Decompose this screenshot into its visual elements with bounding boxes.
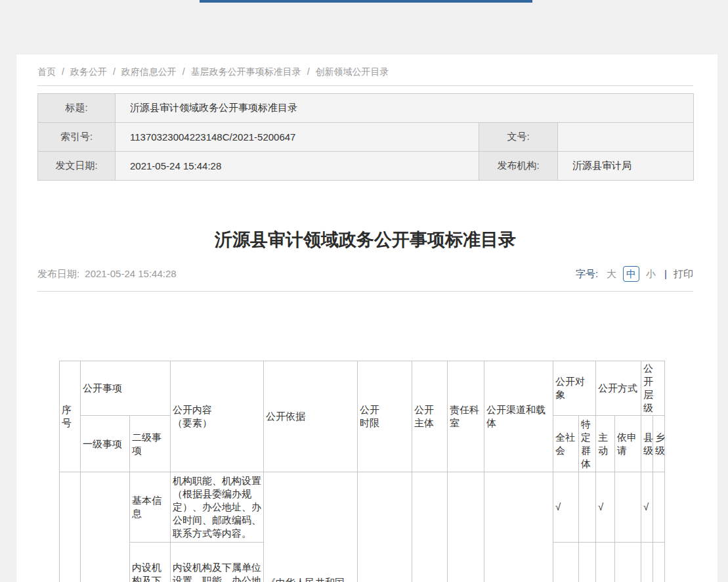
cell-check-teding [579,543,596,582]
cell-yiju: 《中华人民共和国 政府信息公开条 例》（国务院令第 711号） [264,472,358,582]
font-size-label: 字号: [576,267,598,281]
meta-docnum-label: 文号: [479,123,558,152]
print-button[interactable]: 打印 [674,267,693,281]
catalog-header-row-1: 序号 公开事项 公开内容 （要素） 公开依据 公开 时限 公开 主体 责任科室 … [60,361,665,416]
cell-check-xianji: √ [641,472,653,543]
cell-yiji-shixiang [81,472,130,582]
cell-check-xiangji [653,472,665,543]
toolbar-separator: | [664,267,667,281]
document-meta-table: 标题: 沂源县审计领域政务公开事项标准目录 索引号: 1137032300422… [37,93,694,181]
meta-title-label: 标题: [38,94,116,123]
meta-row-index: 索引号: 11370323004223148C/2021-5200647 文号: [38,123,694,152]
cell-check-yishenqing [615,543,641,582]
header-gongkai-cengji: 公开层级 [641,361,665,416]
header-zhudong: 主动 [596,416,615,472]
header-gongkai-yiju: 公开依据 [264,361,358,472]
breadcrumb-item-xinxi[interactable]: 政府信息公开 [121,66,177,77]
cell-check-xiangji [653,543,665,582]
content-panel: 首页/政务公开/政府信息公开/基层政务公开事项标准目录/创新领域公开目录 标题:… [16,55,717,582]
header-gongkai-shixiang: 公开事项 [81,361,171,416]
header-gongkai-zhuti: 公开 主体 [412,361,448,472]
header-gongkai-duixiang: 公开对象 [553,361,596,416]
table-row: 基本信息 机构职能、机构设置（根据县委编办规定）、办公地址、办公时间、邮政编码、… [60,472,665,543]
article-divider [37,291,693,292]
breadcrumb-separator: / [307,66,310,77]
meta-docnum-value [558,123,694,152]
meta-agency-label: 发布机构: [479,152,558,181]
breadcrumb-item-zhengwu[interactable]: 政务公开 [70,66,107,77]
cell-check-yishenqing [615,472,641,543]
cell-check-zhudong: √ [596,472,615,543]
breadcrumb: 首页/政务公开/政府信息公开/基层政务公开事项标准目录/创新领域公开目录 [37,55,693,77]
publish-date: 发布日期: 2021-05-24 15:44:28 [37,267,177,281]
cell-check-quanshehui: √ [553,543,579,582]
cell-check-teding [579,472,596,543]
article-toolbar: 发布日期: 2021-05-24 15:44:28 字号: 大 中 小 | 打印 [37,266,693,282]
cell-erji-shixiang: 内设机构及下属事业单位 [130,543,171,582]
meta-index-label: 索引号: [38,123,116,152]
meta-date-label: 发文日期: [38,152,116,181]
cell-check-xianji: √ [641,543,653,582]
header-gongkai-fangshi: 公开方式 [596,361,641,416]
cell-keshi: 办公室 [448,472,484,582]
font-size-large-button[interactable]: 大 [607,267,616,281]
header-gongkai-shixian: 公开 时限 [358,361,412,472]
breadcrumb-item-home[interactable]: 首页 [37,66,56,77]
font-size-small-button[interactable]: 小 [646,267,656,281]
cell-xuhao [60,472,81,582]
publish-date-label: 发布日期: [37,268,79,279]
meta-agency-value: 沂源县审计局 [558,152,694,181]
publish-date-value: 2021-05-24 15:44:28 [85,268,176,279]
font-size-controls: 字号: 大 中 小 | 打印 [576,266,693,282]
catalog-table: 序号 公开事项 公开内容 （要素） 公开依据 公开 时限 公开 主体 责任科室 … [59,361,665,582]
header-zeren-keshi: 责任科室 [448,361,484,472]
header-quanshehui: 全社会 [553,416,579,472]
cell-neirong: 机构职能、机构设置（根据县委编办规定）、办公地址、办公时间、邮政编码、联系方式等… [171,472,264,543]
cell-check-zhudong: √ [596,543,615,582]
cell-erji-shixiang: 基本信息 [130,472,171,543]
header-gongkai-neirong: 公开内容 （要素） [171,361,264,472]
header-teding-qunti: 特定群体 [579,416,596,472]
header-xiangji: 乡级 [653,416,665,472]
header-yishenqing: 依申请 [615,416,641,472]
cell-shixian: 一次性公开 并动态调整 [358,472,412,582]
cell-qudao: 政府网站 公开查阅点 [484,472,553,582]
meta-row-title: 标题: 沂源县审计领域政务公开事项标准目录 [38,94,694,123]
breadcrumb-separator: / [62,66,64,77]
page-title: 沂源县审计领域政务公开事项标准目录 [37,229,693,250]
breadcrumb-item-chuangxin[interactable]: 创新领域公开目录 [316,66,389,77]
font-size-medium-button[interactable]: 中 [623,266,639,282]
breadcrumb-divider [37,85,693,86]
header-erji-shixiang: 二级事项 [130,416,171,472]
cell-neirong: 内设机构及下属单位设置、职能、办公地址、办公时间、联系方式、负责人姓名等 [171,543,264,582]
meta-date-value: 2021-05-24 15:44:28 [116,152,479,181]
header-yiji-shixiang: 一级事项 [81,416,130,472]
header-xuhao: 序号 [60,361,81,472]
cell-check-quanshehui: √ [553,472,579,543]
breadcrumb-separator: / [113,66,116,77]
header-qudao-zaiti: 公开渠道和载体 [484,361,553,472]
top-nav-bar-edge [200,0,532,3]
meta-title-value: 沂源县审计领域政务公开事项标准目录 [116,94,694,123]
breadcrumb-item-biaozhun[interactable]: 基层政务公开事项标准目录 [191,66,301,77]
meta-row-date: 发文日期: 2021-05-24 15:44:28 发布机构: 沂源县审计局 [38,152,694,181]
breadcrumb-separator: / [182,66,185,77]
cell-zhuti: 沂源县 审计局 [412,472,448,582]
header-xianji: 县级 [641,416,653,472]
meta-index-value: 11370323004223148C/2021-5200647 [116,123,479,152]
